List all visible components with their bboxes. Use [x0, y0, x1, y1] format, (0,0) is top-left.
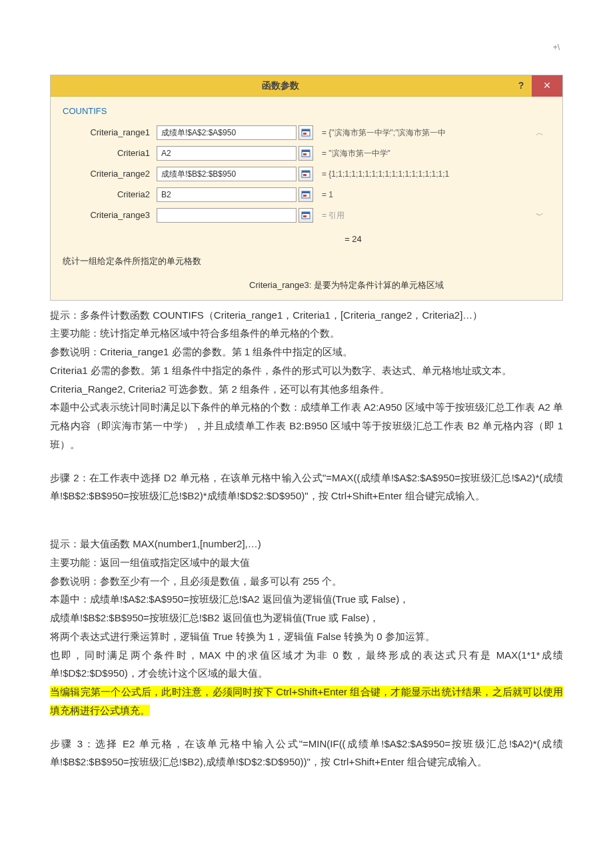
param-eval-criteria-range3: = 引用 [314, 208, 533, 223]
dialog-title-text: 函数参数 [51, 77, 510, 95]
svg-rect-11 [303, 195, 306, 197]
param-label-criteria-range1: Criteria_range1 [60, 125, 157, 141]
doc-text: 本题中：成绩单!$A$2:$A$950=按班级汇总!$A2 返回值为逻辑值(Tr… [50, 590, 563, 609]
collapse-dialog-icon [301, 211, 310, 220]
svg-rect-1 [302, 129, 310, 131]
svg-rect-13 [302, 212, 310, 214]
svg-rect-4 [302, 150, 310, 152]
doc-text: 主要功能：返回一组值或指定区域中的最大值 [50, 553, 563, 572]
param-input-criteria1[interactable] [157, 146, 297, 161]
svg-rect-2 [303, 133, 306, 135]
param-label-criteria1: Criteria1 [60, 145, 157, 161]
doc-text: 参数说明：Criteria_range1 必需的参数。第 1 组条件中指定的区域… [50, 343, 563, 361]
function-name: COUNTIFS [60, 103, 553, 119]
collapse-dialog-icon [301, 128, 310, 137]
doc-text: 参数说明：参数至少有一个，且必须是数值，最多可以有 255 个。 [50, 572, 563, 591]
doc-text: Criteria_Range2, Criteria2 可选参数。第 2 组条件，… [50, 380, 563, 399]
param-eval-criteria-range1: = {"滨海市第一中学";"滨海市第一中 [314, 125, 533, 140]
param-label-criteria2: Criteria2 [60, 187, 157, 203]
svg-rect-14 [303, 215, 306, 217]
doc-highlighted: 当编辑完第一个公式后，此时注意，必须同时按下 Ctrl+Shift+Enter … [50, 683, 563, 720]
highlighted-text: 当编辑完第一个公式后，此时注意，必须同时按下 Ctrl+Shift+Enter … [50, 686, 563, 716]
doc-text: 主要功能：统计指定单元格区域中符合多组条件的单元格的个数。 [50, 324, 563, 343]
dialog-body: COUNTIFS Criteria_range1 = {"滨海市第一中学";"滨… [51, 97, 562, 299]
doc-step-3: 步骤 3：选择 E2 单元格，在该单元格中输入公式"=MIN(IF((成绩单!$… [50, 735, 563, 772]
doc-text: 也即，同时满足两个条件时，MAX 中的求值区域才为非 0 数，最终形成的表达式只… [50, 646, 563, 683]
collapse-dialog-icon [301, 190, 310, 199]
param-eval-criteria2: = 1 [314, 187, 533, 202]
range-selector-button[interactable] [299, 125, 313, 140]
param-input-criteria-range2[interactable] [157, 167, 297, 181]
function-result: = 24 [60, 223, 553, 250]
svg-rect-10 [302, 191, 310, 193]
doc-text: 提示：多条件计数函数 COUNTIFS（Criteria_range1，Crit… [50, 306, 563, 325]
scroll-up-icon[interactable]: ︿ [533, 125, 546, 140]
svg-rect-5 [303, 153, 306, 155]
param-label-criteria-range3: Criteria_range3 [60, 207, 157, 223]
doc-text: 本题中公式表示统计同时满足以下条件的单元格的个数：成绩单工作表 A2:A950 … [50, 398, 563, 453]
range-selector-button[interactable] [299, 146, 313, 161]
help-button[interactable]: ? [510, 77, 532, 95]
range-selector-button[interactable] [299, 208, 313, 223]
param-input-criteria-range3[interactable] [157, 208, 297, 223]
range-selector-button[interactable] [299, 167, 313, 181]
doc-text: Criteria1 必需的参数。第 1 组条件中指定的条件，条件的形式可以为数字… [50, 361, 563, 380]
current-param-description: Criteria_range3: 是要为特定条件计算的单元格区域 [60, 271, 553, 295]
doc-text: 将两个表达式进行乘运算时，逻辑值 True 转换为 1，逻辑值 False 转换… [50, 627, 563, 646]
scroll-down-icon[interactable]: ﹀ [533, 208, 546, 223]
page-marker: +\ [50, 40, 563, 55]
param-label-criteria-range2: Criteria_range2 [60, 166, 157, 182]
svg-rect-7 [302, 171, 310, 173]
param-grid: Criteria_range1 = {"滨海市第一中学";"滨海市第一中 ︿ C… [60, 125, 553, 223]
range-selector-button[interactable] [299, 187, 313, 202]
param-eval-criteria-range2: = {1;1;1;1;1;1;1;1;1;1;1;1;1;1;1;1;1;1 [314, 167, 533, 181]
document-body: 提示：多条件计数函数 COUNTIFS（Criteria_range1，Crit… [50, 306, 563, 772]
function-arguments-dialog: 函数参数 ? × COUNTIFS Criteria_range1 = {"滨海… [50, 75, 563, 300]
dialog-title-bar[interactable]: 函数参数 ? × [51, 75, 562, 97]
param-input-criteria-range1[interactable] [157, 125, 297, 140]
svg-rect-8 [303, 174, 306, 176]
doc-step-2: 步骤 2：在工作表中选择 D2 单元格，在该单元格中输入公式"=MAX((成绩单… [50, 469, 563, 506]
doc-text: 提示：最大值函数 MAX(number1,[number2],…) [50, 535, 563, 553]
param-input-criteria2[interactable] [157, 187, 297, 202]
collapse-dialog-icon [301, 149, 310, 158]
close-button[interactable]: × [532, 75, 562, 97]
function-description: 统计一组给定条件所指定的单元格数 [60, 251, 553, 271]
doc-text: 成绩单!$B$2:$B$950=按班级汇总!$B2 返回值也为逻辑值(True … [50, 609, 563, 627]
param-eval-criteria1: = "滨海市第一中学" [314, 146, 533, 161]
collapse-dialog-icon [301, 169, 310, 179]
